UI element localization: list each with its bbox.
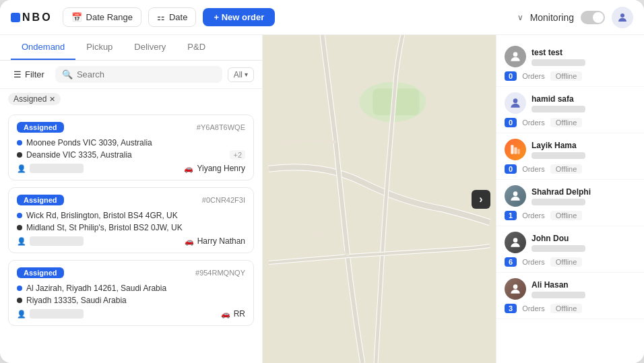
driver-name-col: hamid safa <box>532 94 636 112</box>
orders-badge: 6 <box>505 257 517 267</box>
driver-avatar <box>505 46 526 67</box>
driver-row: Shahrad Delphi 1 Orders Offline <box>496 180 644 226</box>
search-input[interactable] <box>77 69 216 79</box>
driver-name: Yiyang Henry <box>197 164 245 173</box>
orders-badge: 3 <box>505 304 517 313</box>
left-panel: Ondemand Pickup Delivery P&D ☰ Filter 🔍 … <box>0 35 263 363</box>
map-expand-button[interactable]: › <box>472 190 490 209</box>
driver-row: John Dou 6 Orders Offline <box>496 226 644 273</box>
driver-phone-blur <box>532 152 585 159</box>
tab-pickup[interactable]: Pickup <box>75 35 123 60</box>
driver-avatar <box>505 185 526 207</box>
svg-point-4 <box>513 52 518 57</box>
filter-icon: ⚏ <box>157 12 165 22</box>
driver-row: test test 0 Orders Offline <box>496 40 644 87</box>
driver-phone <box>30 164 84 173</box>
offline-badge: Offline <box>550 71 583 81</box>
tabs: Ondemand Pickup Delivery P&D <box>0 35 262 61</box>
driver-row-top: hamid safa <box>505 92 636 114</box>
stop-dot-dropoff <box>17 152 22 158</box>
driver-name-col: Ali Hasan <box>532 280 636 298</box>
filter-lines-icon: ☰ <box>13 69 22 79</box>
right-panel: test test 0 Orders Offline ham <box>496 35 644 363</box>
status-badge: Assigned <box>17 122 64 133</box>
driver-info: 👤 <box>17 236 84 246</box>
order-footer: 👤 🚗 RR <box>17 309 245 319</box>
order-card[interactable]: Assigned #0CNR42F3I Wick Rd, Brislington… <box>8 187 254 253</box>
search-icon: 🔍 <box>62 69 73 79</box>
offline-badge: Offline <box>550 164 583 174</box>
driver-stats: 3 Orders Offline <box>505 304 636 313</box>
svg-point-5 <box>513 98 518 103</box>
order-card[interactable]: Assigned #954RMQNQY Al Jazirah, Riyadh 1… <box>8 260 254 326</box>
logo-o: O <box>42 11 50 24</box>
order-id: #Y6A8T6WQE <box>197 123 245 131</box>
orders-badge: 1 <box>505 211 517 220</box>
person-icon: 👤 <box>17 237 26 246</box>
date-range-label: Date Range <box>86 12 133 22</box>
driver-name: RR <box>234 309 245 319</box>
driver-name-text: Shahrad Delphi <box>532 187 636 197</box>
order-list: Assigned #Y6A8T6WQE Moonee Ponds VIC 303… <box>0 109 262 363</box>
driver-phone-blur <box>532 292 585 298</box>
driver-stats: 1 Orders Offline <box>505 211 636 220</box>
tag-close-button[interactable]: ✕ <box>49 95 55 104</box>
filter-button[interactable]: ☰ Filter <box>8 67 50 82</box>
order-stop: Deanside VIC 3335, Australia +2 <box>17 150 245 160</box>
driver-row: hamid safa 0 Orders Offline <box>496 87 644 133</box>
order-id: #954RMQNQY <box>195 269 245 277</box>
status-badge: Assigned <box>17 267 64 278</box>
stop-dot-dropoff <box>17 225 22 230</box>
driver-avatar <box>505 92 526 114</box>
header: N B O 📅 Date Range ⚏ Date + New order ∨ … <box>0 0 644 35</box>
stop-dot-pickup <box>17 213 22 218</box>
tab-pnd[interactable]: P&D <box>176 35 216 60</box>
tab-delivery[interactable]: Delivery <box>123 35 176 60</box>
search-wrapper: 🔍 <box>55 66 222 83</box>
svg-rect-7 <box>514 147 517 154</box>
user-avatar[interactable] <box>612 7 633 28</box>
assigned-tag: Assigned ✕ <box>8 93 61 105</box>
expand-icon: › <box>479 193 482 205</box>
order-stop: Midland St, St Philip's, Bristol BS2 0JW… <box>17 223 245 232</box>
date-range-button[interactable]: 📅 Date Range <box>63 7 141 27</box>
stop-dot-dropoff <box>17 298 22 303</box>
monitoring-section: ∨ Monitoring <box>517 11 605 24</box>
offline-badge: Offline <box>550 257 583 267</box>
driver-name-col: Shahrad Delphi <box>532 187 636 205</box>
car-icon: 🚗 <box>185 237 194 246</box>
svg-point-0 <box>620 13 624 18</box>
date-button[interactable]: ⚏ Date <box>148 7 196 27</box>
svg-point-11 <box>513 284 518 289</box>
all-filter-button[interactable]: All ▾ <box>228 67 254 82</box>
order-stop: Riyadh 13335, Saudi Arabia <box>17 296 245 305</box>
offline-badge: Offline <box>550 304 583 313</box>
filter-label: Filter <box>25 69 44 79</box>
driver-name-col: test test <box>532 48 636 66</box>
new-order-label: + New order <box>214 12 264 22</box>
order-footer: 👤 🚗 Yiyang Henry <box>17 164 245 173</box>
tab-ondemand[interactable]: Ondemand <box>11 35 75 60</box>
logo: N B O <box>11 11 51 24</box>
driver-row-top: Shahrad Delphi <box>505 185 636 207</box>
driver-name-text: hamid safa <box>532 94 636 104</box>
stop-address: Al Jazirah, Riyadh 14261, Saudi Arabia <box>26 284 166 293</box>
order-header: Assigned #Y6A8T6WQE <box>17 122 245 133</box>
tags-row: Assigned ✕ <box>0 89 262 109</box>
offline-badge: Offline <box>550 211 583 220</box>
driver-phone-blur <box>532 59 585 66</box>
offline-badge: Offline <box>550 118 583 127</box>
driver-name: Harry Nathan <box>197 236 245 246</box>
driver-name-col: Layik Hama <box>532 141 636 159</box>
orders-label: Orders <box>522 258 545 266</box>
driver-row: Ali Hasan 3 Orders Offline <box>496 273 644 319</box>
new-order-button[interactable]: + New order <box>203 8 275 26</box>
driver-stats: 0 Orders Offline <box>505 118 636 127</box>
calendar-icon: 📅 <box>71 12 82 22</box>
order-header: Assigned #0CNR42F3I <box>17 195 245 205</box>
monitoring-toggle[interactable] <box>581 11 605 24</box>
order-footer: 👤 🚗 Harry Nathan <box>17 236 245 246</box>
order-card[interactable]: Assigned #Y6A8T6WQE Moonee Ponds VIC 303… <box>8 114 254 180</box>
more-stops-badge: +2 <box>230 150 245 160</box>
stop-address: Midland St, St Philip's, Bristol BS2 0JW… <box>26 223 183 232</box>
